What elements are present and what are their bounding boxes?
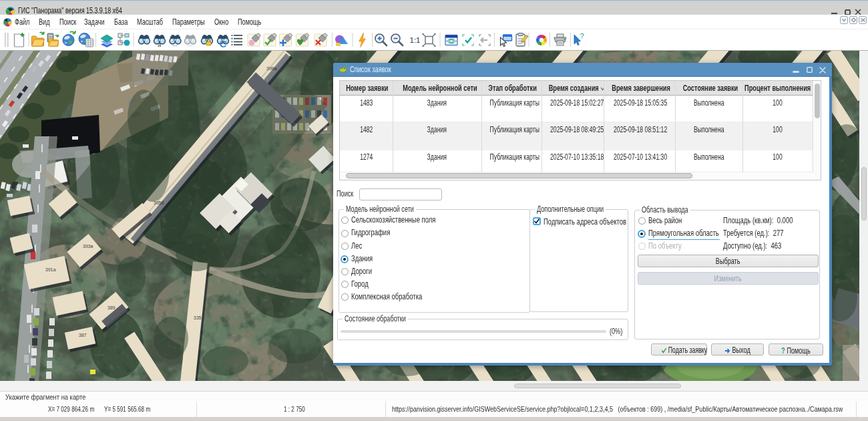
svg-text:389: 389 [107, 305, 116, 310]
svg-text:a: a [158, 41, 161, 48]
svg-text:399а: 399а [266, 66, 277, 71]
svg-text:?: ? [580, 32, 584, 40]
svg-text:...: ... [188, 41, 193, 47]
svg-text:393в: 393в [83, 244, 93, 249]
svg-text:387: 387 [79, 333, 87, 337]
svg-text:...: ... [172, 41, 178, 47]
svg-text:395б: 395б [154, 200, 164, 205]
svg-text:1:1: 1:1 [410, 36, 421, 44]
svg-text:335: 335 [194, 315, 202, 320]
svg-text:391а: 391а [45, 267, 56, 272]
